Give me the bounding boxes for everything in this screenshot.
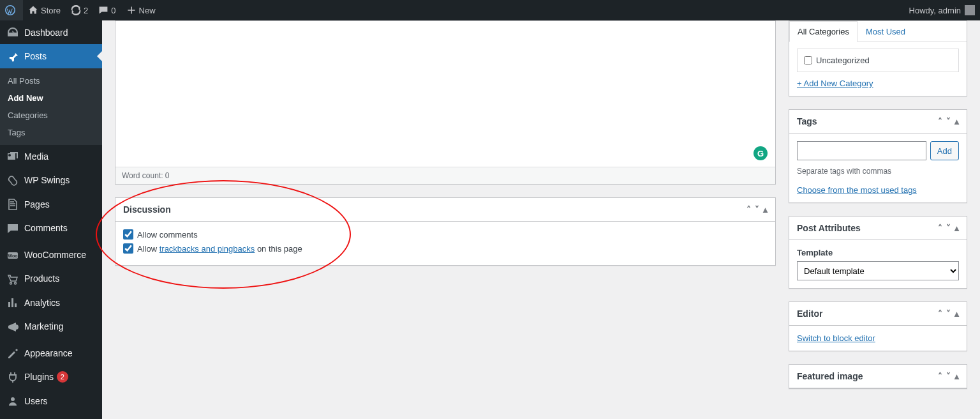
comments-count: 0 <box>111 6 115 15</box>
menu-plugins[interactable]: Plugins 2 <box>0 365 102 389</box>
menu-pages-label: Pages <box>24 199 50 210</box>
menu-wpswings[interactable]: WP Swings <box>0 169 102 192</box>
allow-pingbacks-suffix: on this page <box>255 244 302 254</box>
grammarly-icon[interactable]: G <box>754 146 768 160</box>
menu-comments-label: Comments <box>24 223 68 233</box>
post-editor-body[interactable]: G <box>115 21 775 167</box>
panel-move-down-icon[interactable]: ˅ <box>946 371 951 381</box>
featured-image-title: Featured image <box>797 371 863 381</box>
avatar-icon <box>965 5 975 15</box>
submenu-tags[interactable]: Tags <box>0 124 102 141</box>
allow-comments-label[interactable]: Allow comments <box>137 230 198 240</box>
panel-toggle-icon[interactable]: ▴ <box>954 371 959 381</box>
submenu-add-new[interactable]: Add New <box>0 89 102 107</box>
wpswings-icon <box>6 174 19 187</box>
menu-pages[interactable]: Pages <box>0 192 102 216</box>
menu-marketing-label: Marketing <box>24 321 63 331</box>
template-label: Template <box>797 248 959 257</box>
add-tag-button[interactable]: Add <box>930 141 959 160</box>
menu-dashboard-label: Dashboard <box>24 27 68 38</box>
updates-count: 2 <box>84 6 88 15</box>
add-new-category-link[interactable]: + Add New Category <box>797 79 873 88</box>
tags-input[interactable] <box>797 141 926 160</box>
pages-icon <box>6 197 19 211</box>
panel-toggle-icon[interactable]: ▴ <box>763 204 768 215</box>
updates-link[interactable]: 2 <box>66 0 93 20</box>
panel-toggle-icon[interactable]: ▴ <box>954 116 959 126</box>
editor-panel-header[interactable]: Editor ˄ ˅ ▴ <box>789 302 967 326</box>
menu-woocommerce[interactable]: Woo WooCommerce <box>0 243 102 267</box>
my-account-link[interactable]: Howdy, admin <box>904 0 980 20</box>
dashboard-icon <box>6 26 19 39</box>
panel-move-down-icon[interactable]: ˅ <box>755 204 759 215</box>
editor-word-count: Word count: 0 <box>115 167 775 184</box>
wp-logo-menu[interactable] <box>0 0 23 20</box>
menu-appearance-label: Appearance <box>24 348 73 358</box>
submenu-posts: All Posts Add New Categories Tags <box>0 68 102 145</box>
panel-move-down-icon[interactable]: ˅ <box>946 116 951 126</box>
menu-products[interactable]: Products <box>0 267 102 291</box>
menu-users[interactable]: Users <box>0 389 102 413</box>
refresh-icon <box>71 5 81 15</box>
trackbacks-link[interactable]: trackbacks and pingbacks <box>160 244 255 254</box>
tab-most-used[interactable]: Most Used <box>858 21 914 42</box>
panel-move-up-icon[interactable]: ˄ <box>938 371 942 381</box>
panel-move-up-icon[interactable]: ˄ <box>938 223 942 233</box>
discussion-title: Discussion <box>123 204 171 215</box>
menu-analytics[interactable]: Analytics <box>0 291 102 314</box>
tab-all-categories[interactable]: All Categories <box>789 21 858 42</box>
cat-uncategorized-label: Uncategorized <box>816 56 870 65</box>
panel-move-down-icon[interactable]: ˅ <box>946 309 951 319</box>
comments-menu-icon <box>6 221 19 234</box>
site-name-link[interactable]: Store <box>23 0 66 20</box>
panel-move-up-icon[interactable]: ˄ <box>938 116 942 126</box>
panel-move-up-icon[interactable]: ˄ <box>746 204 751 215</box>
editor-panel-title: Editor <box>797 309 822 319</box>
discussion-panel-header[interactable]: Discussion ˄ ˅ ▴ <box>115 198 775 222</box>
menu-media[interactable]: Media <box>0 145 102 169</box>
menu-dashboard[interactable]: Dashboard <box>0 20 102 44</box>
tags-panel: Tags ˄ ˅ ▴ Add Separate tags with commas… <box>789 109 967 203</box>
allow-pingbacks-checkbox[interactable] <box>123 243 133 254</box>
submenu-all-posts[interactable]: All Posts <box>0 72 102 89</box>
post-attributes-title: Post Attributes <box>797 223 861 233</box>
post-attributes-panel: Post Attributes ˄ ˅ ▴ Template Default t… <box>789 216 967 289</box>
svg-text:Woo: Woo <box>8 254 17 258</box>
new-label: New <box>139 6 156 15</box>
category-list[interactable]: Uncategorized <box>797 49 959 72</box>
tags-help-text: Separate tags with commas <box>797 167 959 176</box>
menu-plugins-label: Plugins <box>24 372 54 382</box>
categories-panel: All Categories Most Used Uncategorized +… <box>789 20 967 96</box>
comments-link[interactable]: 0 <box>93 0 121 20</box>
post-attributes-header[interactable]: Post Attributes ˄ ˅ ▴ <box>789 217 967 240</box>
menu-appearance[interactable]: Appearance <box>0 342 102 365</box>
choose-tags-link[interactable]: Choose from the most used tags <box>797 185 917 195</box>
featured-image-panel: Featured image ˄ ˅ ▴ <box>789 364 967 389</box>
panel-toggle-icon[interactable]: ▴ <box>954 223 959 233</box>
post-editor-panel: G Word count: 0 <box>115 20 776 185</box>
panel-move-down-icon[interactable]: ˅ <box>946 223 951 233</box>
panel-toggle-icon[interactable]: ▴ <box>954 309 959 319</box>
plugins-update-badge: 2 <box>57 371 68 383</box>
allow-pingbacks-label[interactable]: Allow trackbacks and pingbacks on this p… <box>137 244 302 254</box>
panel-move-up-icon[interactable]: ˄ <box>938 309 942 319</box>
media-icon <box>6 150 19 164</box>
allow-comments-checkbox[interactable] <box>123 229 133 240</box>
template-select[interactable]: Default template <box>797 261 959 280</box>
menu-comments[interactable]: Comments <box>0 216 102 240</box>
pin-icon <box>6 49 19 63</box>
submenu-categories[interactable]: Categories <box>0 107 102 124</box>
allow-pingbacks-prefix: Allow <box>137 244 160 254</box>
plus-icon <box>126 5 137 15</box>
featured-image-header[interactable]: Featured image ˄ ˅ ▴ <box>789 365 967 388</box>
menu-media-label: Media <box>24 151 48 162</box>
new-content-link[interactable]: New <box>121 0 161 20</box>
menu-marketing[interactable]: Marketing <box>0 314 102 338</box>
tags-panel-header[interactable]: Tags ˄ ˅ ▴ <box>789 110 967 133</box>
menu-posts[interactable]: Posts <box>0 44 102 68</box>
switch-editor-link[interactable]: Switch to block editor <box>797 333 875 343</box>
analytics-icon <box>6 296 19 309</box>
editor-panel: Editor ˄ ˅ ▴ Switch to block editor <box>789 301 967 351</box>
menu-tools[interactable]: Tools <box>0 413 102 419</box>
cat-uncategorized-checkbox[interactable] <box>804 56 812 65</box>
